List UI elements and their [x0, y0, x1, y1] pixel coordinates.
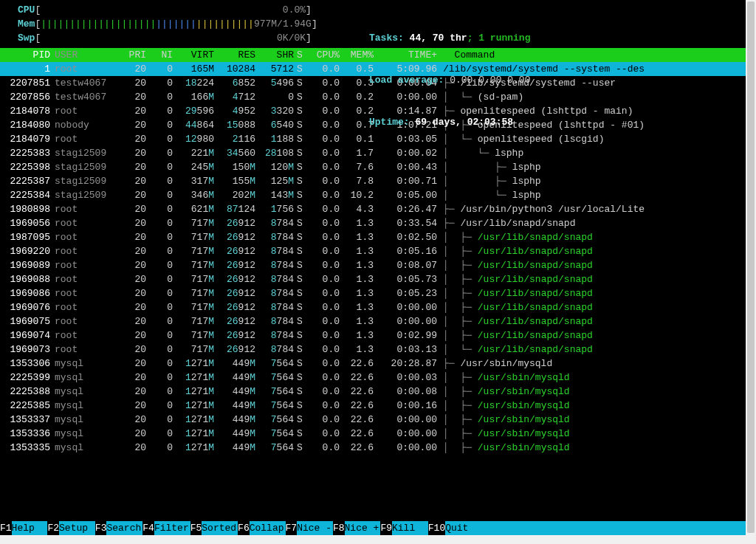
footer-bar[interactable]: F1Help F2Setup F3SearchF4FilterF5SortedF… [0, 521, 746, 535]
footer-key: F2 [47, 521, 59, 535]
footer-label[interactable]: Nice + [345, 521, 381, 535]
process-row[interactable]: 1353335mysql2001271M449M7564S0.022.60:00… [0, 441, 746, 455]
right-stats: Tasks: 44, 70 thr; 1 running Load averag… [369, 3, 530, 157]
process-row[interactable]: 1353306mysql2001271M449M7564S0.022.620:2… [0, 357, 746, 371]
footer-label[interactable]: Nice - [297, 521, 333, 535]
process-row[interactable]: 2225384stagi2509200346M202M143MS0.010.20… [0, 188, 746, 202]
footer-key: F8 [333, 521, 345, 535]
footer-label[interactable]: Setup [59, 521, 95, 535]
footer-label[interactable]: Kill [392, 521, 428, 535]
footer-key: F6 [238, 521, 250, 535]
process-row[interactable]: 1969220root200717M269128784S0.01.30:05.1… [0, 244, 746, 258]
process-row[interactable]: 2225398stagi2509200245M150M120MS0.07.60:… [0, 160, 746, 174]
footer-label[interactable]: Help [12, 521, 48, 535]
load-line: Load average: 0.00 0.00 0.00 [369, 73, 530, 87]
process-row[interactable]: 1969088root200717M269128784S0.01.30:05.7… [0, 272, 746, 286]
footer-key: F10 [428, 521, 445, 535]
terminal-window: CPU[ 0.0%] Mem[|||||||||||||||||||||||||… [0, 0, 746, 535]
process-row[interactable]: 1969089root200717M269128784S0.01.30:08.0… [0, 258, 746, 272]
process-row[interactable]: 1969056root200717M269128784S0.01.30:33.5… [0, 216, 746, 230]
process-row[interactable]: 1969086root200717M269128784S0.01.30:05.2… [0, 286, 746, 300]
process-row[interactable]: 1353336mysql2001271M449M7564S0.022.60:00… [0, 427, 746, 441]
footer-key: F9 [380, 521, 392, 535]
process-row[interactable]: 1980898root200621M871241756S0.04.30:26.4… [0, 202, 746, 216]
process-row[interactable]: 1353337mysql2001271M449M7564S0.022.60:00… [0, 413, 746, 427]
process-row[interactable]: 1969074root200717M269128784S0.01.30:02.9… [0, 328, 746, 342]
footer-label[interactable]: Filter [154, 521, 190, 535]
footer-label[interactable]: Sorted [202, 521, 238, 535]
tasks-line: Tasks: 44, 70 thr; 1 running [369, 31, 530, 45]
footer-label[interactable]: Search [106, 521, 142, 535]
footer-label[interactable]: Quit [445, 521, 470, 535]
footer-key: F5 [190, 521, 202, 535]
scrollbar[interactable] [746, 0, 756, 535]
footer-key: F7 [286, 521, 298, 535]
process-row[interactable]: 2225385mysql2001271M449M7564S0.022.60:00… [0, 399, 746, 413]
process-row[interactable]: 1969075root200717M269128784S0.01.30:00.0… [0, 314, 746, 328]
process-row[interactable]: 1987095root200717M269128784S0.01.30:02.5… [0, 230, 746, 244]
process-row[interactable]: 1969076root200717M269128784S0.01.30:00.0… [0, 300, 746, 314]
footer-key: F3 [95, 521, 107, 535]
process-row[interactable]: 2225387stagi2509200317M155M125MS0.07.80:… [0, 174, 746, 188]
process-row[interactable]: 2225399mysql2001271M449M7564S0.022.60:00… [0, 371, 746, 385]
footer-key: F4 [142, 521, 154, 535]
scrollbar-thumb[interactable] [747, 1, 755, 533]
footer-label[interactable]: Collap [250, 521, 286, 535]
process-row[interactable]: 2225388mysql2001271M449M7564S0.022.60:00… [0, 385, 746, 399]
footer-key: F1 [0, 521, 12, 535]
uptime-line: Uptime: 69 days, 02:03:58 [369, 115, 530, 129]
process-row[interactable]: 1969073root200717M269128784S0.01.30:03.1… [0, 342, 746, 357]
